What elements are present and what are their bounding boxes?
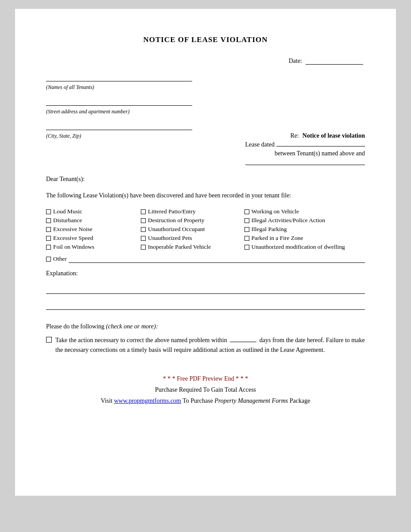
action-prefix: Take the action necessary to correct the… (55, 337, 227, 343)
action-text-block: Take the action necessary to correct the… (55, 335, 365, 355)
label-destruction: Destruction of Property (148, 217, 204, 224)
names-label: (Names of all Tenants) (46, 84, 365, 91)
date-label: Date: (289, 58, 302, 65)
v-col3-r1: Working on Vehicle (244, 208, 365, 215)
re-label: Re: (290, 132, 299, 139)
v-col3-r5: Unauthorized modification of dwelling (244, 243, 365, 251)
explanation-line-1[interactable] (46, 281, 365, 294)
checkbox-action[interactable] (46, 337, 52, 343)
date-field[interactable] (306, 58, 363, 65)
v-col2-r1: Littered Patio/Entry (141, 208, 244, 215)
label-fire-zone: Parked in a Fire Zone (252, 235, 303, 242)
re-block: Re: Notice of lease violation Lease date… (46, 132, 365, 167)
dear-text: Dear Tenant(s): (46, 176, 365, 183)
lease-dated-prefix: Lease dated (245, 141, 275, 148)
between-prefix: between Tenant(s) named above and (275, 150, 365, 157)
v-col2-r2: Destruction of Property (141, 217, 244, 224)
between-field[interactable] (245, 165, 365, 165)
package-italic: Property Management Forms (214, 397, 289, 404)
checkbox-other[interactable] (46, 257, 51, 262)
page-title: NOTICE OF LEASE VIOLATION (46, 35, 365, 44)
checkbox-excessive-noise[interactable] (46, 227, 51, 232)
preview-section: * * * Free PDF Preview End * * * Purchas… (46, 373, 365, 407)
checkbox-unauth-modification[interactable] (244, 245, 249, 250)
label-excessive-noise: Excessive Noise (53, 226, 93, 233)
v-col3-r4: Parked in a Fire Zone (244, 235, 365, 242)
checkbox-excessive-speed[interactable] (46, 236, 51, 241)
label-illegal-parking: Illegal Parking (252, 226, 287, 233)
v-col1-r5: Foil on Windows (46, 243, 141, 251)
action-row: Take the action necessary to correct the… (46, 335, 365, 355)
label-foil-windows: Foil on Windows (53, 243, 94, 251)
re-title: Notice of lease violation (302, 132, 365, 139)
violations-row-1: Loud Music Littered Patio/Entry Working … (46, 208, 365, 215)
v-col1-r1: Loud Music (46, 208, 141, 215)
visit-line: Visit www.propmgmtforms.com To Purchase … (46, 395, 365, 406)
date-row: Date: (46, 58, 365, 65)
package-end: Package (290, 397, 310, 404)
v-col2-r5: Inoperable Parked Vehicle (141, 243, 244, 251)
label-unauth-occupant: Unauthorized Occupant (148, 226, 205, 233)
label-excessive-speed: Excessive Speed (53, 235, 93, 242)
violations-grid: Loud Music Littered Patio/Entry Working … (46, 208, 365, 251)
checkbox-illegal-parking[interactable] (244, 227, 249, 232)
document-page: NOTICE OF LEASE VIOLATION Date: (Names o… (15, 9, 396, 496)
re-between-line: between Tenant(s) named above and (275, 150, 365, 157)
violations-row-5: Foil on Windows Inoperable Parked Vehicl… (46, 243, 365, 251)
label-loud-music: Loud Music (53, 208, 82, 215)
v-col2-r4: Unauthorized Pets (141, 235, 244, 242)
explanation-line-2[interactable] (46, 297, 365, 310)
label-disturbance: Disturbance (53, 217, 82, 224)
violations-row-3: Excessive Noise Unauthorized Occupant Il… (46, 226, 365, 233)
checkbox-disturbance[interactable] (46, 218, 51, 223)
checkbox-inoperable-vehicle[interactable] (141, 245, 146, 250)
street-line[interactable] (46, 97, 192, 106)
v-col3-r2: Illegal Activities/Police Action (244, 217, 365, 224)
tenant-name-line[interactable] (46, 73, 192, 81)
please-text: Please do the following (check one or mo… (46, 323, 365, 330)
checkbox-fire-zone[interactable] (244, 236, 249, 241)
days-field[interactable] (230, 342, 256, 342)
other-row: Other (46, 255, 365, 263)
preview-stars: * * * Free PDF Preview End * * * (46, 373, 365, 384)
checkbox-unauth-occupant[interactable] (141, 227, 146, 232)
label-unauth-pets: Unauthorized Pets (148, 235, 192, 242)
label-littered-patio: Littered Patio/Entry (148, 208, 196, 215)
other-field[interactable] (69, 255, 365, 263)
v-col2-r3: Unauthorized Occupant (141, 226, 244, 233)
re-lease-line: Lease dated (245, 141, 365, 148)
label-illegal-activities: Illegal Activities/Police Action (252, 217, 325, 224)
v-col1-r3: Excessive Noise (46, 226, 141, 233)
v-col1-r2: Disturbance (46, 217, 141, 224)
checkbox-foil-windows[interactable] (46, 245, 51, 250)
explanation-label: Explanation: (46, 270, 365, 277)
v-col1-r4: Excessive Speed (46, 235, 141, 242)
checkbox-littered-patio[interactable] (141, 209, 146, 214)
street-label: (Street address and apartment number) (46, 108, 365, 115)
address-section: (Names of all Tenants) (Street address a… (46, 73, 365, 139)
checkbox-loud-music[interactable] (46, 209, 51, 214)
checkbox-illegal-activities[interactable] (244, 218, 249, 223)
please-italic: (check one or more): (106, 323, 158, 330)
checkbox-destruction[interactable] (141, 218, 146, 223)
re-between-line2 (245, 159, 365, 167)
explanation-lines (46, 281, 365, 310)
checkbox-unauth-pets[interactable] (141, 236, 146, 241)
violations-row-4: Excessive Speed Unauthorized Pets Parked… (46, 235, 365, 242)
label-working-vehicle: Working on Vehicle (252, 208, 299, 215)
visit-link[interactable]: www.propmgmtforms.com (114, 397, 181, 404)
label-inoperable-vehicle: Inoperable Parked Vehicle (148, 243, 211, 251)
please-prefix: Please do the following (46, 323, 105, 330)
checkbox-working-vehicle[interactable] (244, 209, 249, 214)
v-col3-r3: Illegal Parking (244, 226, 365, 233)
lease-dated-field[interactable] (276, 146, 365, 146)
violations-row-2: Disturbance Destruction of Property Ille… (46, 217, 365, 224)
label-unauth-modification: Unauthorized modification of dwelling (252, 243, 345, 251)
visit-suffix: To Purchase (181, 397, 214, 404)
other-label: Other (53, 255, 67, 262)
purchase-text: Purchase Required To Gain Total Access (46, 384, 365, 395)
re-title-line: Re: Notice of lease violation (290, 132, 365, 139)
city-line[interactable] (46, 121, 192, 130)
intro-text: The following Lease Violation(s) have be… (46, 191, 365, 200)
visit-prefix: Visit (101, 397, 114, 404)
